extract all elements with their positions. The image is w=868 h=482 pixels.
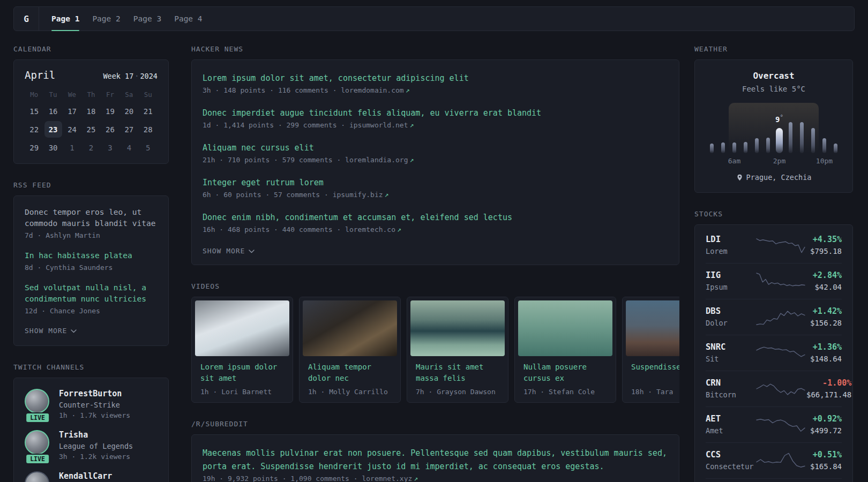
hackernews-item-title[interactable]: Integer eget rutrum lorem — [203, 176, 668, 190]
video-thumbnail[interactable] — [626, 300, 679, 356]
stock-name: Sit — [706, 355, 755, 363]
calendar-section: CALENDAR April Week 17·2024 MoTuWeThFrSa… — [13, 45, 169, 164]
stock-symbol: IIG — [706, 270, 755, 280]
location-pin-icon — [736, 174, 743, 181]
hackernews-item-meta-text: 21h · 710 points · 579 comments · loreml… — [203, 156, 408, 164]
rss-item-title[interactable]: Sed volutpat nulla nisl, a condimentum n… — [25, 282, 158, 305]
stock-symbol: SNRC — [706, 342, 755, 352]
weather-hour-column — [751, 103, 762, 153]
calendar-day: 4 — [120, 139, 138, 156]
tab-page-2[interactable]: Page 2 — [86, 7, 126, 31]
left-column: CALENDAR April Week 17·2024 MoTuWeThFrSa… — [13, 45, 169, 482]
calendar-day: 30 — [44, 139, 62, 156]
calendar-day: 17 — [63, 103, 81, 119]
external-link-icon[interactable]: ↗ — [406, 86, 410, 94]
calendar-day: 2 — [82, 139, 100, 156]
hackernews-item-title[interactable]: Lorem ipsum dolor sit amet, consectetur … — [203, 72, 668, 85]
stock-name: Consectetur — [706, 462, 755, 471]
live-badge: LIVE — [25, 454, 50, 464]
video-title[interactable]: Lorem ipsum dolor sit amet consectetu… — [200, 362, 284, 384]
weather-hour-column: 9° — [774, 103, 785, 153]
video-title[interactable]: Mauris sit amet massa felis — [416, 362, 499, 384]
weather-time-labels: 6am2pm10pm — [706, 157, 841, 165]
twitch-widget: LIVE ForrestBurton Counter-Strike 1h · 1… — [13, 378, 169, 482]
stock-row[interactable]: IIGIpsum +2.84%$42.04 — [706, 263, 842, 299]
stock-id: SNRCSit — [706, 342, 755, 363]
app-logo[interactable]: G — [14, 7, 39, 31]
stock-row[interactable]: AETAmet +0.92%$499.72 — [706, 406, 842, 442]
video-thumbnail[interactable] — [303, 300, 397, 356]
twitch-channel-row[interactable]: KendallCarr — [25, 471, 158, 482]
video-meta: 18h · Tara — [631, 388, 679, 396]
stock-row[interactable]: SNRCSit +1.36%$148.64 — [706, 335, 842, 371]
stock-row[interactable]: LDILorem +4.35%$795.18 — [706, 228, 842, 263]
video-thumbnail[interactable] — [195, 300, 289, 356]
stock-change: -1.00% — [806, 378, 851, 388]
external-link-icon[interactable]: ↗ — [414, 475, 418, 482]
rss-item-title[interactable]: Donec tempor eros leo, ut commodo mauris… — [25, 207, 158, 229]
twitch-channel-name[interactable]: KendallCarr — [59, 471, 112, 481]
subreddit-post-title[interactable]: Maecenas mollis pulvinar erat non posuer… — [203, 447, 668, 473]
stock-id: AETAmet — [706, 414, 755, 435]
hackernews-item-meta-text: 3h · 148 points · 116 comments · loremdo… — [203, 86, 404, 94]
video-thumbnail[interactable] — [410, 300, 505, 356]
stock-row[interactable]: DBSDolor +1.42%$156.28 — [706, 299, 842, 335]
video-card[interactable]: Suspendisse diam 18h · Tara — [622, 297, 679, 403]
stock-values: +1.42%$156.28 — [810, 306, 842, 327]
stock-row[interactable]: CCSConsectetur +0.51%$165.84 — [706, 442, 842, 478]
video-title[interactable]: Aliquam tempor dolor nec pharetra… — [308, 362, 392, 384]
twitch-channel-row[interactable]: LIVE Trisha League of Legends 3h · 1.2k … — [25, 430, 158, 461]
stock-id: CRNBitcorn — [706, 378, 755, 399]
video-title[interactable]: Suspendisse diam — [631, 362, 679, 384]
video-card[interactable]: Aliquam tempor dolor nec pharetra… 1h · … — [299, 297, 401, 403]
twitch-channel-name[interactable]: Trisha — [59, 430, 133, 440]
stock-sparkline — [755, 270, 806, 292]
twitch-channel-category[interactable]: League of Legends — [59, 442, 133, 450]
stock-sparkline — [755, 414, 806, 435]
external-link-icon[interactable]: ↗ — [410, 121, 414, 129]
calendar-grid: MoTuWeThFrSaSu15161718192021222324252627… — [25, 87, 158, 156]
hackernews-show-more-button[interactable]: SHOW MORE — [203, 247, 255, 255]
twitch-channel-category[interactable]: Counter-Strike — [59, 401, 130, 409]
external-link-icon[interactable]: ↗ — [397, 225, 401, 234]
stock-sparkline — [755, 378, 806, 400]
tab-page-3[interactable]: Page 3 — [127, 7, 168, 31]
calendar-day: 16 — [44, 103, 62, 119]
stocks-section-title: STOCKS — [694, 210, 853, 218]
calendar-day: 29 — [25, 139, 43, 156]
weather-hour-column — [740, 103, 751, 153]
twitch-channel-name[interactable]: ForrestBurton — [59, 389, 130, 398]
hackernews-item: Integer eget rutrum lorem 6h · 60 points… — [203, 176, 668, 199]
rss-item: Sed volutpat nulla nisl, a condimentum n… — [25, 282, 158, 315]
subreddit-widget: Maecenas mollis pulvinar erat non posuer… — [191, 434, 679, 482]
hackernews-item-meta: 21h · 710 points · 579 comments · loreml… — [203, 156, 668, 164]
avatar — [25, 471, 49, 482]
video-meta: 1h · Molly Carrillo — [308, 388, 392, 396]
rss-show-more-label: SHOW MORE — [25, 327, 67, 335]
rss-item-title[interactable]: In hac habitasse platea — [25, 250, 158, 261]
hackernews-item-meta: 6h · 60 points · 57 comments · ipsumify.… — [203, 191, 668, 199]
stock-row[interactable]: CRNBitcorn -1.00%$66,171.48 — [706, 371, 842, 406]
hackernews-item-title[interactable]: Donec enim nibh, condimentum et accumsan… — [203, 211, 668, 224]
rss-show-more-button[interactable]: SHOW MORE — [25, 327, 77, 335]
video-card[interactable]: Nullam posuere cursus ex 17h · Stefan Co… — [514, 297, 616, 403]
hackernews-item-title[interactable]: Donec imperdiet augue tincidunt felis al… — [203, 107, 668, 120]
video-card[interactable]: Mauris sit amet massa felis 7h · Grayson… — [407, 297, 508, 403]
subreddit-section-title: /R/SUBREDDIT — [191, 420, 679, 428]
rss-section: RSS FEED Donec tempor eros leo, ut commo… — [13, 181, 169, 346]
stock-price: $66,171.48 — [806, 390, 851, 399]
external-link-icon[interactable]: ↗ — [410, 156, 414, 164]
tab-page-4[interactable]: Page 4 — [168, 7, 208, 31]
external-link-icon[interactable]: ↗ — [385, 191, 389, 199]
stocks-widget: LDILorem +4.35%$795.18 IIGIpsum +2.84%$4… — [694, 224, 853, 482]
video-thumbnail[interactable] — [518, 300, 612, 356]
video-title[interactable]: Nullam posuere cursus ex — [523, 362, 607, 384]
stock-values: +0.92%$499.72 — [810, 414, 842, 435]
weather-hour-bar — [710, 144, 714, 153]
tab-page-1[interactable]: Page 1 — [45, 7, 86, 31]
twitch-channel-row[interactable]: LIVE ForrestBurton Counter-Strike 1h · 1… — [25, 389, 158, 419]
video-card[interactable]: Lorem ipsum dolor sit amet consectetu… 1… — [191, 297, 293, 403]
hackernews-item-title[interactable]: Aliquam nec cursus elit — [203, 141, 668, 155]
hackernews-item: Aliquam nec cursus elit 21h · 710 points… — [203, 141, 668, 164]
stock-row[interactable]: AHS +0.46% — [706, 478, 842, 482]
